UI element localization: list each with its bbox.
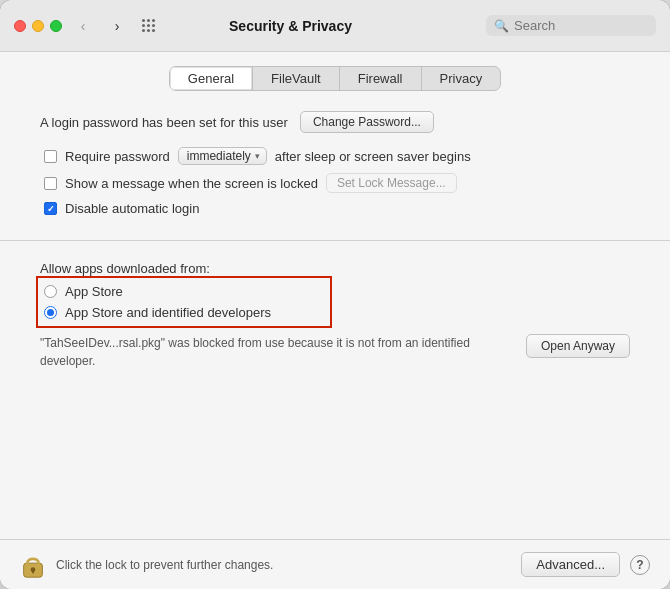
- tab-filevault[interactable]: FileVault: [253, 67, 340, 90]
- back-button[interactable]: ‹: [70, 16, 96, 36]
- traffic-lights: [14, 20, 62, 32]
- tabs: General FileVault Firewall Privacy: [169, 66, 501, 91]
- radio-app-store[interactable]: [44, 285, 57, 298]
- radio-app-store-label: App Store: [65, 284, 123, 299]
- show-message-label: Show a message when the screen is locked: [65, 176, 318, 191]
- disable-autologin-label: Disable automatic login: [65, 201, 199, 216]
- tab-general[interactable]: General: [170, 67, 253, 90]
- radio-options-wrapper: App Store App Store and identified devel…: [44, 284, 271, 320]
- change-password-button[interactable]: Change Password...: [300, 111, 434, 133]
- footer-right: Advanced... ?: [521, 552, 650, 577]
- lock-icon[interactable]: [20, 550, 46, 580]
- search-icon: 🔍: [494, 19, 509, 33]
- dropdown-arrow-icon: ▾: [255, 151, 260, 161]
- footer-lock-text: Click the lock to prevent further change…: [56, 558, 273, 572]
- section-divider: [0, 240, 670, 241]
- open-anyway-button[interactable]: Open Anyway: [526, 334, 630, 358]
- radio-group: App Store App Store and identified devel…: [44, 284, 271, 320]
- allow-apps-section: Allow apps downloaded from: App Store Ap…: [40, 261, 630, 370]
- disable-autologin-checkbox[interactable]: [44, 202, 57, 215]
- radio-app-store-identified[interactable]: [44, 306, 57, 319]
- blocked-message-text: "TahSeeIDev...rsal.pkg" was blocked from…: [40, 334, 514, 370]
- radio-app-store-row: App Store: [44, 284, 271, 299]
- options-section: Require password immediately ▾ after sle…: [44, 147, 630, 216]
- require-password-dropdown[interactable]: immediately ▾: [178, 147, 267, 165]
- require-password-timing: immediately: [187, 149, 251, 163]
- tabs-container: General FileVault Firewall Privacy: [0, 52, 670, 91]
- login-section: A login password has been set for this u…: [40, 111, 630, 133]
- search-bar[interactable]: 🔍: [486, 15, 656, 36]
- content-area: A login password has been set for this u…: [0, 91, 670, 539]
- radio-app-store-identified-label: App Store and identified developers: [65, 305, 271, 320]
- tab-firewall[interactable]: Firewall: [340, 67, 422, 90]
- require-password-row: Require password immediately ▾ after sle…: [44, 147, 630, 165]
- maximize-button[interactable]: [50, 20, 62, 32]
- footer: Click the lock to prevent further change…: [0, 539, 670, 589]
- radio-app-store-identified-row: App Store and identified developers: [44, 305, 271, 320]
- disable-autologin-row: Disable automatic login: [44, 201, 630, 216]
- allow-apps-label: Allow apps downloaded from:: [40, 261, 630, 276]
- require-password-checkbox[interactable]: [44, 150, 57, 163]
- set-lock-message-button[interactable]: Set Lock Message...: [326, 173, 457, 193]
- blocked-message-row: "TahSeeIDev...rsal.pkg" was blocked from…: [40, 334, 630, 370]
- show-message-checkbox[interactable]: [44, 177, 57, 190]
- svg-rect-2: [32, 569, 34, 573]
- titlebar: ‹ › Security & Privacy 🔍: [0, 0, 670, 52]
- security-privacy-window: ‹ › Security & Privacy 🔍 General FileVau…: [0, 0, 670, 589]
- tab-privacy[interactable]: Privacy: [422, 67, 501, 90]
- footer-left: Click the lock to prevent further change…: [20, 550, 273, 580]
- advanced-button[interactable]: Advanced...: [521, 552, 620, 577]
- show-message-row: Show a message when the screen is locked…: [44, 173, 630, 193]
- after-sleep-label: after sleep or screen saver begins: [275, 149, 471, 164]
- close-button[interactable]: [14, 20, 26, 32]
- login-password-label: A login password has been set for this u…: [40, 115, 288, 130]
- window-title: Security & Privacy: [103, 18, 478, 34]
- minimize-button[interactable]: [32, 20, 44, 32]
- search-input[interactable]: [514, 18, 644, 33]
- require-password-label: Require password: [65, 149, 170, 164]
- help-button[interactable]: ?: [630, 555, 650, 575]
